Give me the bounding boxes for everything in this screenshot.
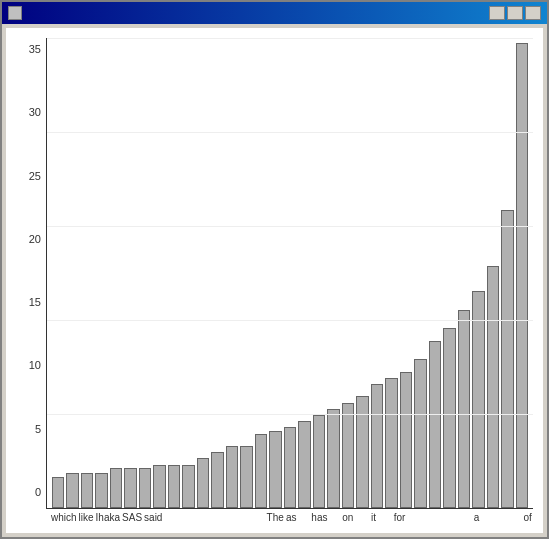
bar (182, 465, 194, 508)
x-axis-label: which (51, 512, 77, 523)
y-axis-label: 20 (29, 233, 41, 245)
x-axis-label (254, 512, 265, 523)
bar (269, 431, 281, 508)
y-axis-label: 35 (29, 43, 41, 55)
bars-container (46, 38, 533, 509)
x-axis-label (355, 512, 366, 523)
x-axis-label (228, 512, 239, 523)
minimize-button[interactable] (489, 6, 505, 20)
bar (501, 210, 513, 508)
y-axis-label: 15 (29, 296, 41, 308)
plot-area: whichlikeIhakaSASsaidTheashasonitforaof (46, 38, 533, 523)
bar (110, 468, 122, 508)
x-axis-label (407, 512, 418, 523)
x-axis-label (433, 512, 444, 523)
chart-area: 35302520151050 whichlikeIhakaSASsaidThea… (16, 38, 533, 523)
x-axis-label (177, 512, 188, 523)
chart-inner: 35302520151050 whichlikeIhakaSASsaidThea… (16, 38, 533, 523)
x-axis-label (484, 512, 495, 523)
bar (211, 452, 223, 508)
bar (284, 427, 296, 508)
y-axis-label: 25 (29, 170, 41, 182)
bar (240, 446, 252, 508)
bar (255, 434, 267, 508)
close-button[interactable] (525, 6, 541, 20)
x-axis-label (381, 512, 392, 523)
x-axis-label: The (267, 512, 284, 523)
bar (313, 415, 325, 508)
y-axis-label: 0 (35, 486, 41, 498)
y-axis-label: 5 (35, 423, 41, 435)
y-axis-label: 10 (29, 359, 41, 371)
x-axis-label: said (144, 512, 162, 523)
x-axis-label (509, 512, 520, 523)
bar (52, 477, 64, 508)
x-axis-label: like (79, 512, 94, 523)
titlebar-left (8, 6, 26, 20)
x-axis-label: it (368, 512, 379, 523)
bar (153, 465, 165, 508)
bar (487, 266, 499, 508)
bar (472, 291, 484, 508)
bar (226, 446, 238, 508)
y-axis-label: 30 (29, 106, 41, 118)
bar (516, 43, 528, 508)
window: 35302520151050 whichlikeIhakaSASsaidThea… (0, 0, 549, 539)
window-icon (8, 6, 22, 20)
x-axis-label (420, 512, 431, 523)
x-axis-label: as (286, 512, 297, 523)
y-axis: 35302520151050 (16, 38, 46, 523)
bar (458, 310, 470, 508)
bar (371, 384, 383, 508)
bar (298, 421, 310, 508)
x-axis-label: of (522, 512, 533, 523)
titlebar-buttons (489, 6, 541, 20)
x-axis-label (458, 512, 469, 523)
x-axis-label (329, 512, 340, 523)
x-axis-label: Ihaka (96, 512, 120, 523)
bar (356, 396, 368, 508)
titlebar (2, 2, 547, 24)
bar (95, 473, 107, 508)
x-axis-label: a (471, 512, 482, 523)
bar (342, 403, 354, 508)
x-axis-label (203, 512, 214, 523)
bar (124, 468, 136, 508)
maximize-button[interactable] (507, 6, 523, 20)
chart-content: 35302520151050 whichlikeIhakaSASsaidThea… (6, 28, 543, 533)
x-axis-label: on (342, 512, 353, 523)
x-axis-label (241, 512, 252, 523)
bar (400, 372, 412, 508)
bar (385, 378, 397, 508)
x-axis-label (216, 512, 227, 523)
bar (429, 341, 441, 508)
x-axis-label (299, 512, 310, 523)
x-axis-label: has (311, 512, 327, 523)
bar (327, 409, 339, 508)
x-axis-label: for (394, 512, 406, 523)
bar (443, 328, 455, 508)
bar (81, 473, 93, 508)
bar (168, 465, 180, 508)
x-axis-label (446, 512, 457, 523)
bar (197, 458, 209, 508)
bar (66, 473, 78, 508)
x-axis-label (190, 512, 201, 523)
bar (414, 359, 426, 508)
x-axis-label (164, 512, 175, 523)
x-axis-label (497, 512, 508, 523)
x-labels: whichlikeIhakaSASsaidTheashasonitforaof (46, 512, 533, 523)
bar (139, 468, 151, 508)
x-axis-label: SAS (122, 512, 142, 523)
